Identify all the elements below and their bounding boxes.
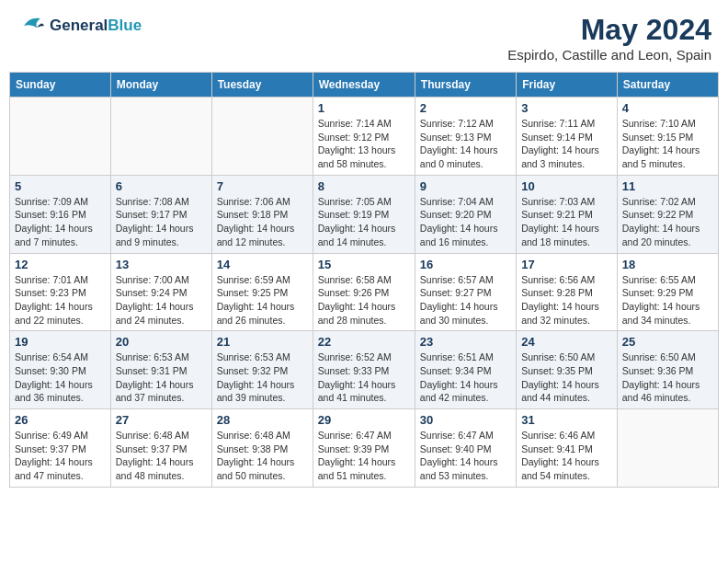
sunset-text: Sunset: 9:14 PM <box>521 131 612 144</box>
calendar-week-row: 5Sunrise: 7:09 AMSunset: 9:16 PMDaylight… <box>10 175 719 253</box>
day-number: 11 <box>622 179 713 193</box>
calendar-cell: 30Sunrise: 6:47 AMSunset: 9:40 PMDayligh… <box>415 409 516 488</box>
sunrise-text: Sunrise: 6:48 AM <box>217 429 308 442</box>
sunrise-text: Sunrise: 7:06 AM <box>217 195 308 209</box>
day-info: Sunrise: 6:56 AMSunset: 9:28 PMDaylight:… <box>521 273 612 327</box>
logo-blue: Blue <box>108 17 142 34</box>
sunset-text: Sunset: 9:27 PM <box>420 286 511 300</box>
day-info: Sunrise: 7:09 AMSunset: 9:16 PMDaylight:… <box>15 195 106 249</box>
day-info: Sunrise: 6:50 AMSunset: 9:36 PMDaylight:… <box>622 350 713 405</box>
day-info: Sunrise: 6:47 AMSunset: 9:39 PMDaylight:… <box>318 429 410 483</box>
day-number: 26 <box>15 413 106 427</box>
daylight-text: Daylight: 14 hours and 50 minutes. <box>217 455 308 482</box>
calendar-cell: 9Sunrise: 7:04 AMSunset: 9:20 PMDaylight… <box>415 175 516 253</box>
sunset-text: Sunset: 9:31 PM <box>116 364 207 378</box>
calendar-cell: 3Sunrise: 7:11 AMSunset: 9:14 PMDaylight… <box>517 98 618 176</box>
calendar-cell: 12Sunrise: 7:01 AMSunset: 9:23 PMDayligh… <box>10 253 111 331</box>
day-info: Sunrise: 7:08 AMSunset: 9:17 PMDaylight:… <box>116 195 207 249</box>
daylight-text: Daylight: 14 hours and 42 minutes. <box>420 378 511 405</box>
day-number: 31 <box>521 413 612 427</box>
daylight-text: Daylight: 14 hours and 36 minutes. <box>15 378 106 405</box>
sunset-text: Sunset: 9:18 PM <box>217 208 308 222</box>
calendar-cell: 13Sunrise: 7:00 AMSunset: 9:24 PMDayligh… <box>110 253 211 331</box>
day-info: Sunrise: 7:10 AMSunset: 9:15 PMDaylight:… <box>622 117 713 171</box>
daylight-text: Daylight: 14 hours and 5 minutes. <box>622 144 713 170</box>
day-number: 23 <box>420 335 511 349</box>
sunset-text: Sunset: 9:23 PM <box>15 286 106 300</box>
day-info: Sunrise: 6:54 AMSunset: 9:30 PMDaylight:… <box>15 350 106 405</box>
sunset-text: Sunset: 9:16 PM <box>15 208 106 222</box>
daylight-text: Daylight: 14 hours and 26 minutes. <box>217 300 308 327</box>
calendar-cell: 22Sunrise: 6:52 AMSunset: 9:33 PMDayligh… <box>313 331 415 409</box>
day-info: Sunrise: 6:58 AMSunset: 9:26 PMDaylight:… <box>318 273 410 327</box>
daylight-text: Daylight: 14 hours and 18 minutes. <box>521 222 612 248</box>
day-info: Sunrise: 7:02 AMSunset: 9:22 PMDaylight:… <box>622 195 713 249</box>
sunset-text: Sunset: 9:33 PM <box>318 364 410 378</box>
day-number: 7 <box>217 179 308 193</box>
calendar-cell <box>617 409 718 488</box>
calendar-cell: 18Sunrise: 6:55 AMSunset: 9:29 PMDayligh… <box>617 253 718 331</box>
header-wednesday: Wednesday <box>313 73 415 98</box>
calendar-cell: 26Sunrise: 6:49 AMSunset: 9:37 PMDayligh… <box>10 409 111 488</box>
calendar-cell: 21Sunrise: 6:53 AMSunset: 9:32 PMDayligh… <box>211 331 313 409</box>
sunset-text: Sunset: 9:37 PM <box>15 442 106 456</box>
daylight-text: Daylight: 14 hours and 9 minutes. <box>116 222 207 248</box>
sunrise-text: Sunrise: 6:50 AM <box>521 350 612 364</box>
sunrise-text: Sunrise: 6:50 AM <box>622 350 713 364</box>
header-friday: Friday <box>517 73 618 98</box>
sunset-text: Sunset: 9:24 PM <box>116 286 207 300</box>
day-number: 21 <box>217 335 308 349</box>
sunrise-text: Sunrise: 6:56 AM <box>521 273 612 287</box>
daylight-text: Daylight: 14 hours and 41 minutes. <box>318 378 410 405</box>
sunset-text: Sunset: 9:26 PM <box>318 286 410 300</box>
day-info: Sunrise: 6:51 AMSunset: 9:34 PMDaylight:… <box>420 350 511 405</box>
calendar-cell: 7Sunrise: 7:06 AMSunset: 9:18 PMDaylight… <box>211 175 313 253</box>
sunrise-text: Sunrise: 7:12 AM <box>420 117 511 131</box>
sunrise-text: Sunrise: 7:05 AM <box>318 195 410 209</box>
day-info: Sunrise: 6:46 AMSunset: 9:41 PMDaylight:… <box>521 429 612 483</box>
day-info: Sunrise: 6:59 AMSunset: 9:25 PMDaylight:… <box>217 273 308 327</box>
sunrise-text: Sunrise: 6:47 AM <box>318 429 410 442</box>
daylight-text: Daylight: 14 hours and 44 minutes. <box>521 378 612 405</box>
title-block: May 2024 Espirdo, Castille and Leon, Spa… <box>507 13 711 63</box>
sunset-text: Sunset: 9:21 PM <box>521 208 612 222</box>
logo-general: General <box>50 17 108 34</box>
sunset-text: Sunset: 9:17 PM <box>116 208 207 222</box>
day-info: Sunrise: 7:04 AMSunset: 9:20 PMDaylight:… <box>420 195 511 249</box>
sunset-text: Sunset: 9:15 PM <box>622 131 713 144</box>
sunset-text: Sunset: 9:28 PM <box>521 286 612 300</box>
daylight-text: Daylight: 14 hours and 20 minutes. <box>622 222 713 248</box>
calendar-week-row: 19Sunrise: 6:54 AMSunset: 9:30 PMDayligh… <box>10 331 719 409</box>
sunrise-text: Sunrise: 6:52 AM <box>318 350 410 364</box>
daylight-text: Daylight: 14 hours and 32 minutes. <box>521 300 612 327</box>
logo: GeneralBlue <box>17 13 142 39</box>
day-info: Sunrise: 7:06 AMSunset: 9:18 PMDaylight:… <box>217 195 308 249</box>
day-info: Sunrise: 6:48 AMSunset: 9:38 PMDaylight:… <box>217 429 308 483</box>
day-number: 25 <box>622 335 713 349</box>
sunset-text: Sunset: 9:22 PM <box>622 208 713 222</box>
sunset-text: Sunset: 9:12 PM <box>318 131 410 144</box>
day-number: 29 <box>318 413 410 427</box>
header-tuesday: Tuesday <box>211 73 313 98</box>
sunrise-text: Sunrise: 7:08 AM <box>116 195 207 209</box>
day-info: Sunrise: 6:47 AMSunset: 9:40 PMDaylight:… <box>420 429 511 483</box>
sunset-text: Sunset: 9:39 PM <box>318 442 410 456</box>
day-info: Sunrise: 6:48 AMSunset: 9:37 PMDaylight:… <box>116 429 207 483</box>
page-header: GeneralBlue May 2024 Espirdo, Castille a… <box>9 9 719 66</box>
day-info: Sunrise: 7:14 AMSunset: 9:12 PMDaylight:… <box>318 117 410 171</box>
calendar-cell: 27Sunrise: 6:48 AMSunset: 9:37 PMDayligh… <box>110 409 211 488</box>
sunrise-text: Sunrise: 6:54 AM <box>15 350 106 364</box>
daylight-text: Daylight: 14 hours and 24 minutes. <box>116 300 207 327</box>
calendar-table: SundayMondayTuesdayWednesdayThursdayFrid… <box>9 72 719 488</box>
day-number: 12 <box>15 258 106 271</box>
day-info: Sunrise: 7:05 AMSunset: 9:19 PMDaylight:… <box>318 195 410 249</box>
day-number: 5 <box>15 179 106 193</box>
daylight-text: Daylight: 14 hours and 16 minutes. <box>420 222 511 248</box>
daylight-text: Daylight: 14 hours and 37 minutes. <box>116 378 207 405</box>
calendar-cell: 25Sunrise: 6:50 AMSunset: 9:36 PMDayligh… <box>617 331 718 409</box>
sunrise-text: Sunrise: 6:57 AM <box>420 273 511 287</box>
calendar-cell: 1Sunrise: 7:14 AMSunset: 9:12 PMDaylight… <box>313 98 415 176</box>
sunset-text: Sunset: 9:40 PM <box>420 442 511 456</box>
sunset-text: Sunset: 9:38 PM <box>217 442 308 456</box>
calendar-cell: 6Sunrise: 7:08 AMSunset: 9:17 PMDaylight… <box>110 175 211 253</box>
